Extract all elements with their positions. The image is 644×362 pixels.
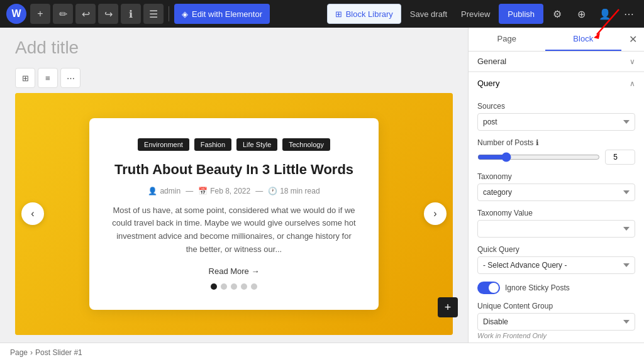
slider-prev-button[interactable]: ‹	[21, 202, 44, 225]
add-block-button[interactable]: +	[30, 4, 50, 24]
save-draft-button[interactable]: Save draft	[405, 9, 452, 19]
patterns-button[interactable]: ⊕	[571, 4, 591, 24]
edit-elementor-label: Edit with Elementor	[192, 9, 262, 19]
add-block-fab[interactable]: +	[438, 297, 458, 317]
slider-widget: ‹ Environment Fashion Life Style Technol…	[15, 93, 453, 335]
clock-icon: 🕐	[268, 187, 277, 195]
meta-dash-1: —	[186, 187, 193, 195]
number-posts-slider[interactable]	[477, 152, 600, 162]
author-name: admin	[160, 187, 180, 195]
dot-2[interactable]	[221, 283, 227, 290]
account-button[interactable]: 👤	[595, 4, 615, 24]
toggle-thumb	[489, 283, 499, 293]
tab-page[interactable]: Page	[469, 28, 545, 51]
tag-fashion: Fashion	[194, 138, 231, 151]
more-options-button[interactable]: ⋯	[619, 4, 639, 24]
right-panel: Page Block ✕ General ∨ Query ∧	[468, 28, 644, 343]
dot-3[interactable]	[231, 283, 237, 290]
quick-query-select[interactable]: - Select Advance Query -	[477, 256, 635, 274]
post-read-time: 🕐 18 min read	[268, 187, 319, 195]
wp-logo[interactable]: W	[5, 3, 28, 25]
slider-next-button[interactable]: ›	[424, 202, 447, 225]
post-excerpt: Most of us have, at some point, consider…	[112, 204, 356, 256]
taxonomy-label: Taxonomy	[477, 172, 635, 181]
author-icon: 👤	[148, 187, 157, 195]
tag-lifestyle: Life Style	[236, 138, 277, 151]
list-view-button[interactable]: ☰	[143, 4, 164, 24]
undo-button[interactable]: ↩	[75, 4, 96, 24]
toolbar-separator	[169, 6, 169, 21]
post-date: 📅 Feb 8, 2022	[198, 187, 250, 195]
taxonomy-select[interactable]: category tag	[477, 184, 635, 201]
dot-4[interactable]	[241, 283, 247, 290]
sources-field-group: Sources post page	[477, 102, 635, 131]
tag-environment: Environment	[138, 138, 189, 151]
ignore-sticky-toggle[interactable]	[477, 282, 500, 294]
block-more-button[interactable]: ⋯	[60, 68, 80, 88]
breadcrumb: Page › Post Slider #1	[0, 343, 644, 362]
main-toolbar: W + ✏ ↩ ↪ ℹ ☰ ◈ Edit with Elementor ⊞ Bl…	[0, 0, 644, 28]
edit-elementor-button[interactable]: ◈ Edit with Elementor	[174, 4, 270, 24]
taxonomy-value-label: Taxonomy Value	[477, 209, 635, 217]
ignore-sticky-row: Ignore Sticky Posts	[477, 282, 635, 294]
slider-card: Environment Fashion Life Style Technolog…	[89, 118, 379, 310]
settings-button[interactable]: ⚙	[547, 4, 567, 24]
dot-5[interactable]	[251, 283, 257, 290]
unique-content-select[interactable]: Disable Enable	[477, 313, 635, 331]
read-time-value: 18 min read	[280, 187, 319, 195]
breadcrumb-separator: ›	[30, 348, 33, 357]
info-icon: ℹ	[536, 138, 539, 147]
unique-content-field-group: Unique Content Group Disable Enable Work…	[477, 302, 635, 339]
taxonomy-value-select[interactable]	[477, 220, 635, 238]
quick-query-label: Quick Query	[477, 245, 635, 254]
toolbar-right: ⊞ Block Library Save draft Preview Publi…	[327, 4, 639, 24]
taxonomy-value-field-group: Taxonomy Value	[477, 209, 635, 238]
tag-technology: Technology	[282, 138, 330, 151]
tools-button[interactable]: ✏	[53, 4, 73, 24]
sources-select[interactable]: post page	[477, 113, 635, 131]
breadcrumb-page[interactable]: Page	[10, 348, 28, 357]
main-area: Add title ⊞ ≡ ⋯ ‹ Environment Fashion Li…	[0, 28, 644, 343]
redo-button[interactable]: ↪	[98, 4, 118, 24]
preview-button[interactable]: Preview	[456, 9, 495, 19]
work-note: Work in Frontend Only	[477, 332, 635, 339]
general-section-header[interactable]: General ∨	[469, 52, 644, 72]
query-section-header[interactable]: Query ∧	[469, 72, 644, 94]
general-label: General	[477, 57, 506, 66]
sources-label: Sources	[477, 102, 635, 111]
breadcrumb-item[interactable]: Post Slider #1	[35, 348, 82, 357]
number-posts-row	[477, 150, 635, 165]
post-meta: 👤 admin — 📅 Feb 8, 2022 — 🕐 18 min read	[112, 187, 356, 195]
post-author: 👤 admin	[148, 187, 180, 195]
wp-logo-circle: W	[6, 4, 26, 24]
tab-block[interactable]: Block	[545, 28, 622, 51]
publish-button[interactable]: Publish	[499, 4, 543, 24]
block-type-button[interactable]: ⊞	[15, 68, 35, 88]
general-chevron-icon: ∨	[630, 57, 635, 66]
panel-body: General ∨ Query ∧ Sources post page	[469, 52, 644, 343]
block-toolbar: ⊞ ≡ ⋯	[15, 68, 453, 88]
unique-content-label: Unique Content Group	[477, 302, 635, 310]
general-section: General ∨	[469, 52, 644, 72]
info-button[interactable]: ℹ	[121, 4, 141, 24]
number-of-posts-field-group: Number of Posts ℹ	[477, 138, 635, 165]
query-label: Query	[477, 79, 499, 88]
number-of-posts-label: Number of Posts ℹ	[477, 138, 635, 147]
dot-1[interactable]	[211, 283, 217, 290]
block-library-button[interactable]: ⊞ Block Library	[327, 4, 401, 24]
ignore-sticky-label: Ignore Sticky Posts	[505, 283, 570, 292]
read-more-link[interactable]: Read More →	[209, 266, 260, 276]
slider-dots	[112, 283, 356, 290]
date-value: Feb 8, 2022	[210, 187, 250, 195]
taxonomy-field-group: Taxonomy category tag	[477, 172, 635, 201]
post-tags: Environment Fashion Life Style Technolog…	[112, 138, 356, 151]
meta-dash-2: —	[255, 187, 263, 195]
panel-close-button[interactable]: ✕	[621, 28, 644, 51]
elementor-icon: ◈	[182, 9, 188, 19]
block-library-icon: ⊞	[335, 9, 342, 19]
calendar-icon: 📅	[198, 187, 208, 195]
add-title-placeholder[interactable]: Add title	[15, 38, 453, 58]
number-posts-input[interactable]	[605, 150, 635, 165]
quick-query-field-group: Quick Query - Select Advance Query -	[477, 245, 635, 274]
block-align-button[interactable]: ≡	[38, 68, 58, 88]
